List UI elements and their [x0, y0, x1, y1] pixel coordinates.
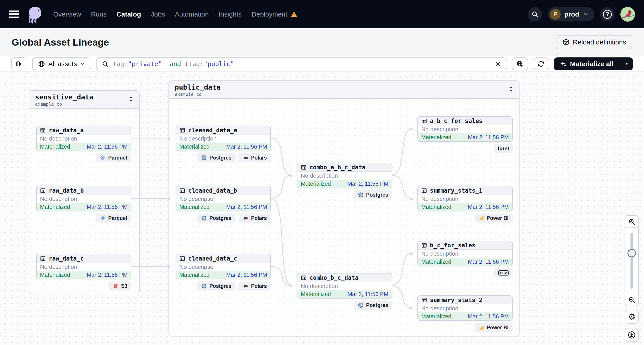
postgres-icon	[358, 302, 364, 308]
zoom-in-button[interactable]	[625, 216, 638, 228]
asset-filter-input[interactable]: tag:"private"+ and +tag:"public"	[96, 58, 507, 70]
tag-csv[interactable]: CSV	[494, 144, 512, 153]
tag-powerbi[interactable]: Power BI	[474, 323, 512, 332]
group-header-sensitive_data[interactable]: sensitive_data example_co	[29, 91, 139, 108]
status-badge: Materialized	[180, 272, 210, 278]
reload-definitions-button[interactable]: Reload definitions	[556, 35, 632, 50]
lineage-graph-canvas[interactable]: sensitive_data example_co public_data ex…	[0, 72, 644, 345]
refresh-graph-button[interactable]	[533, 58, 549, 70]
asset-name: cleaned_data_a	[188, 127, 237, 134]
asset-node-cleaned_data_c[interactable]: cleaned_data_c No description Materializ…	[176, 254, 271, 290]
tag-polars[interactable]: Polars	[239, 214, 271, 222]
asset-name: summary_stats_2	[430, 297, 482, 304]
nav-item-overview[interactable]: Overview	[53, 10, 81, 18]
download-icon	[628, 331, 636, 339]
group-repository: example_co	[35, 102, 134, 107]
warning-icon	[290, 11, 298, 18]
global-search-button[interactable]	[528, 7, 542, 22]
powerbi-icon	[479, 215, 484, 221]
tag-postgres[interactable]: Postgres	[197, 153, 235, 162]
asset-node-a_b_c_for_sales[interactable]: a_b_c_for_sales No description Materiali…	[418, 116, 512, 153]
asset-node-combo_a_b_c_data[interactable]: combo_a_b_c_data No description Material…	[297, 163, 392, 199]
tag-csv[interactable]: CSV	[494, 268, 512, 277]
tag-postgres[interactable]: Postgres	[354, 301, 392, 310]
tag-label: Postgres	[210, 283, 231, 289]
tag-postgres[interactable]: Postgres	[197, 214, 235, 222]
tag-postgres[interactable]: Postgres	[197, 282, 235, 290]
materialize-all-label: Materialize all	[570, 60, 614, 68]
table-icon	[180, 127, 185, 133]
status-badge: Materialized	[421, 258, 452, 265]
open-side-panel-button[interactable]	[11, 58, 27, 70]
nav-item-runs[interactable]: Runs	[91, 10, 106, 18]
nav-item-deployment[interactable]: Deployment	[252, 10, 298, 18]
tag-label: Postgres	[210, 215, 231, 221]
nav-item-jobs[interactable]: Jobs	[151, 10, 165, 18]
asset-scope-dropdown[interactable]: All assets	[32, 58, 91, 70]
download-image-button[interactable]	[624, 328, 639, 342]
materialization-timestamp: Mar 2, 11:56 PM	[348, 180, 388, 187]
page-title: Global Asset Lineage	[12, 37, 109, 48]
clear-filter-icon[interactable]	[495, 61, 501, 67]
parquet-icon	[100, 154, 106, 161]
add-external-assets-button[interactable]	[512, 58, 528, 70]
tag-polars[interactable]: Polars	[239, 282, 271, 290]
asset-node-cleaned_data_b[interactable]: cleaned_data_b No description Materializ…	[176, 186, 271, 222]
asset-node-b_c_for_sales[interactable]: b_c_for_sales No description Materialize…	[418, 241, 512, 277]
table-icon	[421, 297, 427, 303]
collapse-group-icon[interactable]	[508, 86, 514, 92]
asset-name: raw_data_b	[49, 187, 84, 194]
environment-switcher[interactable]: P prod	[548, 7, 594, 22]
materialization-timestamp: Mar 2, 11:56 PM	[468, 204, 509, 210]
help-button[interactable]: ?	[600, 7, 614, 22]
materialize-all-button[interactable]: Materialize all	[554, 58, 620, 70]
postgres-icon	[358, 192, 364, 198]
asset-node-cleaned_data_a[interactable]: cleaned_data_a No description Materializ…	[176, 126, 271, 162]
asset-node-summary_stats_1[interactable]: summary_stats_1 No description Materiali…	[418, 186, 512, 222]
nav-item-insights[interactable]: Insights	[218, 10, 242, 18]
zoom-slider-handle[interactable]	[628, 249, 636, 258]
tag-label: Power BI	[487, 325, 508, 331]
table-icon	[180, 256, 185, 262]
tag-powerbi[interactable]: Power BI	[474, 214, 512, 222]
zoom-slider-track[interactable]	[630, 232, 633, 289]
tag-polars[interactable]: Polars	[239, 153, 271, 162]
nav-item-automation[interactable]: Automation	[175, 10, 209, 18]
materialization-timestamp: Mar 2, 11:56 PM	[87, 144, 128, 150]
dagster-logo[interactable]	[26, 5, 44, 24]
zoom-slider[interactable]	[625, 228, 638, 294]
materialization-timestamp: Mar 2, 11:56 PM	[226, 272, 267, 278]
asset-node-combo_b_c_data[interactable]: combo_b_c_data No description Materializ…	[297, 273, 392, 310]
asset-description: No description	[176, 263, 270, 271]
hamburger-menu-icon[interactable]	[9, 10, 19, 18]
asset-node-summary_stats_2[interactable]: summary_stats_2 No description Materiali…	[418, 296, 512, 332]
collapse-group-icon[interactable]	[128, 96, 134, 102]
tag-parquet[interactable]: Parquet	[96, 214, 132, 222]
tag-postgres[interactable]: Postgres	[354, 190, 392, 199]
postgres-icon	[201, 215, 207, 221]
tag-s3[interactable]: S3	[108, 282, 132, 290]
materialization-timestamp: Mar 2, 11:56 PM	[226, 204, 267, 210]
zoom-in-icon	[628, 218, 635, 225]
asset-node-raw_data_a[interactable]: raw_data_a No description MaterializedMa…	[36, 126, 132, 162]
graph-settings-button[interactable]: ⚙	[624, 310, 639, 324]
group-header-public_data[interactable]: public_data example_co	[169, 81, 519, 99]
table-icon	[301, 164, 306, 170]
asset-node-raw_data_b[interactable]: raw_data_b No description MaterializedMa…	[36, 186, 132, 222]
materialize-options-button[interactable]	[620, 58, 633, 70]
table-icon	[40, 127, 46, 133]
asset-description: No description	[418, 250, 512, 258]
group-title: public_data	[175, 83, 513, 91]
zoom-out-button[interactable]	[625, 294, 638, 306]
nav-item-catalog[interactable]: Catalog	[116, 10, 141, 18]
tag-parquet[interactable]: Parquet	[96, 153, 132, 162]
asset-node-raw_data_c[interactable]: raw_data_c No description MaterializedMa…	[36, 254, 132, 290]
reload-cube-icon	[562, 38, 570, 46]
user-avatar[interactable]	[620, 7, 635, 22]
tag-label: Parquet	[108, 155, 127, 161]
search-icon	[532, 11, 538, 18]
materialization-timestamp: Mar 2, 11:56 PM	[468, 134, 509, 140]
cardinal-avatar-image	[620, 7, 635, 22]
asset-name: summary_stats_1	[430, 187, 482, 194]
page-header: Global Asset Lineage Reload definitions	[0, 28, 644, 56]
